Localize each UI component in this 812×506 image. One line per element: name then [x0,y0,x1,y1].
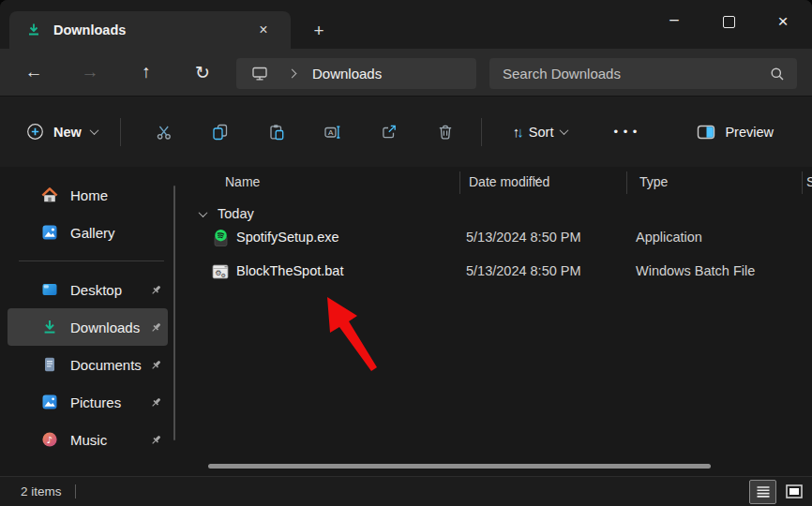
svg-text:♪: ♪ [47,435,53,445]
column-header-type[interactable]: Type [639,174,668,189]
preview-toggle-button[interactable]: Preview [689,113,781,151]
sidebar-label: Downloads [70,320,150,335]
column-header-name[interactable]: Name [225,174,260,189]
new-tab-button[interactable]: + [306,19,332,43]
svg-text:A: A [328,128,334,137]
tab-title: Downloads [53,22,251,37]
sort-icon: ↑↓ [513,124,521,140]
group-header-today[interactable]: Today [183,206,254,221]
sidebar-item-gallery[interactable]: Gallery [8,214,168,251]
see-more-button[interactable]: • • • [607,113,644,151]
search-box[interactable] [489,58,797,89]
desktop-icon [41,281,58,298]
status-bar: 2 items [0,476,812,506]
file-date-modified: 5/13/2024 8:50 PM [466,230,581,245]
thumbnail-view-button[interactable] [781,481,806,503]
gallery-icon [41,224,58,241]
breadcrumb-chevron-icon [288,69,297,79]
tab-downloads[interactable]: Downloads × [9,11,291,49]
maximize-button[interactable] [701,0,756,43]
up-button[interactable]: ↑ [128,54,165,90]
pin-icon [150,396,162,409]
file-date-modified: 5/13/2024 8:50 PM [466,263,581,278]
details-view-button[interactable] [749,480,776,504]
file-type: Windows Batch File [636,263,755,278]
delete-button[interactable] [427,113,464,151]
status-separator [75,484,76,499]
pin-icon [150,359,162,371]
sidebar-scrollbar[interactable] [173,186,176,440]
file-name[interactable]: SpotifySetup.exe [236,230,339,245]
column-headers: Name Date modified Type Size [183,167,812,199]
paste-icon [268,124,285,141]
sidebar-label: Desktop [70,282,150,298]
column-separator[interactable] [802,171,803,194]
tab-close-button[interactable]: × [251,18,276,42]
maximize-icon [723,16,735,28]
file-name[interactable]: BlockTheSpot.bat [236,263,343,278]
downloads-tab-icon [26,22,41,37]
pictures-icon [41,394,58,410]
spotify-installer-icon [211,229,230,247]
cut-button[interactable] [145,113,183,151]
documents-icon [41,356,58,373]
sort-chevron-icon [560,126,569,135]
minimize-button[interactable]: – [647,0,701,43]
sidebar-label: Music [70,432,150,448]
column-separator[interactable] [626,171,627,194]
music-icon: ♪ [41,431,58,448]
sidebar-item-music[interactable]: ♪ Music [8,421,168,458]
preview-icon [697,125,715,140]
sidebar-item-documents[interactable]: Documents [8,346,168,383]
sidebar-label: Documents [70,357,150,373]
sort-label: Sort [529,125,554,140]
file-row-spotifysetup[interactable]: SpotifySetup.exe 5/13/2024 8:50 PM Appli… [190,221,804,255]
back-button[interactable]: ← [15,54,53,90]
share-icon [381,124,398,141]
toolbar-divider [120,118,121,146]
group-label: Today [218,206,254,221]
sidebar-item-downloads[interactable]: Downloads [8,308,168,346]
paste-button[interactable] [258,113,295,151]
close-icon: × [777,11,788,32]
column-header-date[interactable]: Date modified [469,174,549,189]
address-bar[interactable]: Downloads [236,58,476,89]
content-area: Home Gallery [0,167,812,476]
minimize-icon: – [669,10,678,29]
breadcrumb-downloads[interactable]: Downloads [312,66,382,82]
details-view-icon [756,485,771,499]
sidebar-item-pictures[interactable]: Pictures [8,383,168,421]
new-button-label: New [53,125,82,140]
rename-button[interactable]: A [314,113,352,151]
new-chevron-icon [89,126,98,135]
horizontal-scrollbar[interactable] [208,464,711,469]
trash-icon [437,124,454,141]
column-separator[interactable] [459,171,460,194]
this-pc-icon [251,66,268,82]
sidebar-label: Gallery [70,225,168,241]
forward-button[interactable]: → [71,54,109,90]
sort-button[interactable]: ↑↓ Sort [505,113,576,151]
refresh-button[interactable]: ↻ [184,54,221,90]
sidebar-item-home[interactable]: Home [8,176,168,214]
file-list-pane: Name Date modified Type Size Today [183,167,812,476]
file-row-blockthespot[interactable]: ⚙ ⚙ BlockTheSpot.bat 5/13/2024 8:50 PM W… [190,255,804,289]
close-button[interactable]: × [756,0,810,43]
new-plus-icon [26,123,44,141]
new-button[interactable]: New [21,113,103,151]
clipboard-actions: A [127,113,464,151]
preview-label: Preview [725,125,774,140]
copy-button[interactable] [202,113,239,151]
search-input[interactable] [489,66,770,82]
pin-icon [150,434,162,446]
group-collapse-icon[interactable] [199,208,208,217]
view-toggles [749,480,806,504]
nav-buttons: ← → ↑ ↻ [15,54,221,90]
column-header-size[interactable]: Size [806,174,812,189]
share-button[interactable] [370,113,408,151]
copy-icon [212,124,229,141]
sidebar-item-desktop[interactable]: Desktop [8,271,168,308]
window-controls: – × [647,0,810,43]
search-icon [770,67,785,82]
sidebar-label: Home [70,187,168,203]
